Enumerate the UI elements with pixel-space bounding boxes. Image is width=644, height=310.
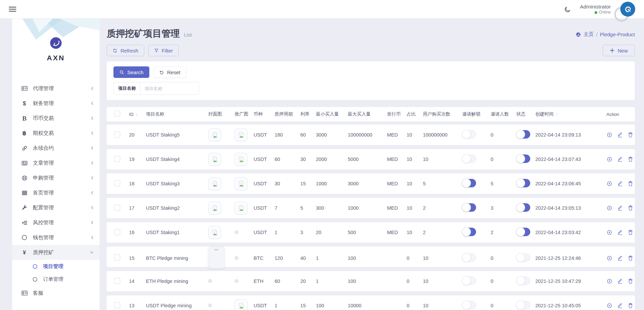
col-buy-count: 用户购买次数 (423, 111, 462, 117)
dark-mode-icon[interactable] (564, 6, 571, 13)
invite-unlock-toggle[interactable] (462, 253, 476, 262)
life-ring-icon (21, 175, 28, 181)
sidebar-item[interactable]: B 币币交易 (12, 111, 100, 126)
view-icon[interactable] (606, 156, 613, 162)
cell-max-buy: 5000 (348, 157, 387, 162)
delete-icon[interactable] (627, 205, 634, 211)
view-icon[interactable] (606, 132, 613, 138)
edit-icon[interactable] (617, 156, 623, 162)
cell-coin: ETH (254, 278, 275, 284)
status-toggle[interactable] (516, 228, 530, 236)
delete-icon[interactable] (627, 303, 634, 309)
cell-pledge-period: 30 (275, 181, 300, 186)
view-icon[interactable] (606, 229, 613, 235)
row-checkbox[interactable] (114, 131, 120, 138)
row-checkbox[interactable] (114, 205, 120, 211)
toggle-knob (516, 179, 525, 187)
sidebar-item[interactable]: ฿ 期权交易 (12, 126, 100, 141)
sidebar-item[interactable]: 首页管理 (12, 185, 100, 200)
cell-id: 16 (129, 230, 146, 235)
status-toggle[interactable] (516, 301, 530, 309)
filter-icon (154, 48, 159, 53)
edit-icon[interactable] (617, 255, 623, 261)
sidebar-item[interactable]: 申购管理 (12, 170, 100, 185)
sidebar-item[interactable]: ¥ 质押挖矿 (12, 245, 100, 260)
sidebar-item[interactable]: 风控管理 (12, 215, 100, 230)
toggle-knob (462, 203, 471, 212)
sidebar-item[interactable]: $ 财务管理 (12, 96, 100, 111)
reset-button[interactable]: Reset (153, 66, 186, 78)
avatar[interactable] (620, 2, 635, 17)
user-menu[interactable]: Administrator Online (580, 3, 611, 15)
delete-icon[interactable] (627, 229, 634, 235)
delete-icon[interactable] (627, 156, 634, 162)
sidebar-item[interactable]: 代理管理 (12, 81, 100, 96)
sidebar-item[interactable]: 文章管理 (12, 156, 100, 170)
refresh-button[interactable]: Refresh (107, 45, 144, 56)
invite-unlock-toggle[interactable] (462, 276, 476, 285)
sidebar-item[interactable]: 配置管理 (12, 200, 100, 215)
invite-unlock-toggle[interactable] (462, 154, 476, 163)
cover-image (208, 304, 212, 307)
edit-icon[interactable] (617, 229, 623, 235)
select-all-checkbox[interactable] (114, 110, 120, 117)
sidebar-subitem[interactable]: 项目管理 (12, 260, 100, 273)
row-checkbox[interactable] (114, 278, 120, 284)
row-checkbox[interactable] (114, 180, 120, 186)
invite-unlock-toggle[interactable] (462, 130, 476, 139)
status-toggle[interactable] (516, 253, 530, 262)
view-icon[interactable] (606, 278, 613, 284)
reset-icon (159, 70, 164, 75)
cell-invite-count: 0 (491, 157, 516, 162)
row-checkbox[interactable] (114, 302, 120, 308)
invite-unlock-toggle[interactable] (462, 203, 476, 212)
view-icon[interactable] (606, 303, 613, 309)
sidebar-item[interactable]: 永续合约 (12, 141, 100, 156)
cell-coin: USDT (254, 303, 275, 308)
edit-icon[interactable] (617, 181, 623, 187)
status-toggle[interactable] (516, 276, 530, 285)
edit-icon[interactable] (617, 278, 623, 284)
col-id[interactable]: ID↑ (129, 112, 146, 117)
row-checkbox[interactable] (114, 254, 120, 261)
cell-ratio: 0 (407, 278, 423, 284)
edit-icon[interactable] (617, 205, 623, 211)
edit-icon[interactable] (617, 132, 623, 138)
breadcrumb-home[interactable]: 主页 (583, 31, 594, 38)
invite-unlock-toggle[interactable] (462, 228, 476, 236)
new-button[interactable]: New (603, 45, 635, 56)
row-checkbox[interactable] (114, 156, 120, 162)
status-toggle[interactable] (516, 179, 530, 187)
sidebar-subitem[interactable]: 订单管理 (12, 273, 100, 286)
search-button[interactable]: Search (113, 66, 149, 78)
invite-unlock-toggle[interactable] (462, 301, 476, 309)
breadcrumb-current: Pledge-Product (600, 32, 635, 37)
delete-icon[interactable] (627, 181, 634, 187)
toggle-knob (516, 203, 525, 212)
status-toggle[interactable] (516, 203, 530, 212)
delete-icon[interactable] (627, 132, 634, 138)
delete-icon[interactable] (627, 278, 634, 284)
col-issue-coin: 发行币 (387, 111, 407, 117)
edit-icon[interactable] (617, 303, 623, 309)
invite-unlock-toggle[interactable] (462, 179, 476, 187)
menu-toggle-icon[interactable] (9, 5, 16, 13)
bars-icon (21, 190, 28, 196)
view-icon[interactable] (606, 255, 613, 261)
view-icon[interactable] (606, 181, 613, 187)
brand-logo: AXN (12, 19, 100, 70)
row-checkbox[interactable] (114, 229, 120, 235)
status-toggle[interactable] (516, 154, 530, 163)
filter-button[interactable]: Filter (148, 45, 179, 56)
status-toggle[interactable] (516, 130, 530, 139)
breadcrumb: 主页 / Pledge-Product (576, 31, 635, 40)
project-name-input[interactable] (141, 82, 199, 95)
cell-rate: 15 (300, 303, 316, 308)
view-icon[interactable] (606, 205, 613, 211)
cell-project-name: USDT Staking1 (146, 230, 208, 235)
delete-icon[interactable] (627, 255, 634, 261)
sidebar-item[interactable]: 钱包管理 (12, 230, 100, 245)
sidebar-item[interactable]: 客服 (12, 286, 100, 301)
cell-ratio: 10 (407, 132, 423, 138)
col-created-at[interactable]: 创建时间↑ (535, 111, 602, 117)
